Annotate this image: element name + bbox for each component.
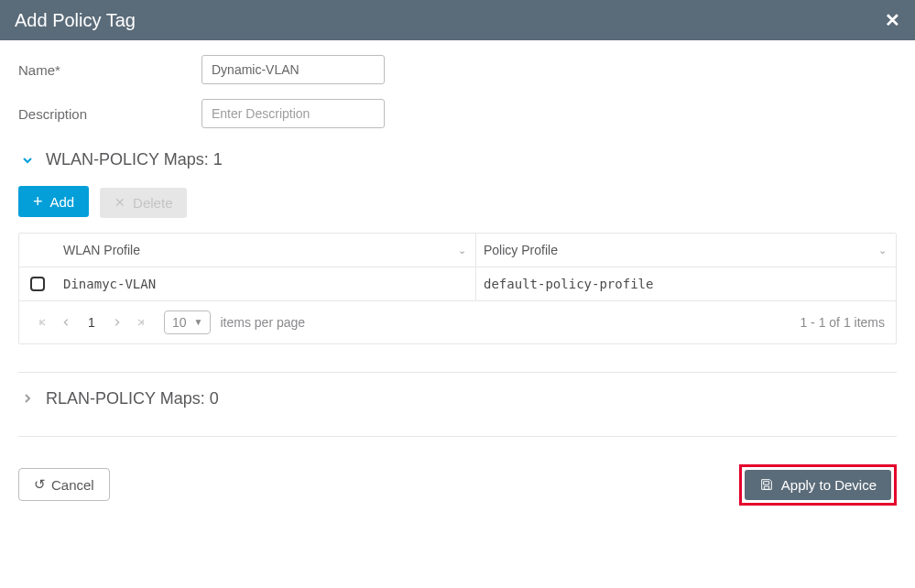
grid-toolbar: + Add ✕ Delete: [18, 186, 897, 218]
save-icon: [759, 477, 774, 492]
pager: 1 10 ▼ items per page 1 - 1 of 1 items: [19, 301, 896, 343]
name-input[interactable]: [202, 55, 385, 84]
name-label: Name*: [18, 62, 202, 78]
plus-icon: +: [33, 193, 43, 210]
pager-first-icon[interactable]: [32, 312, 52, 332]
caret-down-icon: ▼: [194, 317, 203, 327]
add-button[interactable]: + Add: [18, 186, 89, 217]
row-checkbox[interactable]: [30, 277, 45, 291]
row-policy-cell: default-policy-profile: [475, 267, 896, 300]
pager-page-number[interactable]: 1: [78, 315, 105, 330]
grid-header-wlan-label: WLAN Profile: [63, 243, 140, 257]
modal-header: Add Policy Tag ✕: [0, 0, 915, 40]
chevron-right-icon: [18, 389, 37, 408]
chevron-down-icon: [18, 151, 37, 169]
pager-last-icon[interactable]: [131, 312, 151, 332]
section-rlan-policy-title: RLAN-POLICY Maps: 0: [46, 389, 219, 408]
modal-title: Add Policy Tag: [15, 10, 136, 31]
chevron-down-icon: ⌄: [458, 244, 466, 256]
page-size-select[interactable]: 10 ▼: [164, 310, 211, 334]
section-wlan-policy-header[interactable]: WLAN-POLICY Maps: 1: [18, 150, 897, 169]
cancel-button-label: Cancel: [51, 477, 94, 493]
section-divider: [18, 372, 897, 373]
form-row-description: Description: [18, 99, 897, 128]
chevron-down-icon: ⌄: [878, 244, 887, 256]
apply-highlight: Apply to Device: [739, 464, 897, 506]
grid-header-check: [19, 241, 56, 259]
undo-icon: ↺: [34, 476, 46, 493]
grid-header-policy[interactable]: Policy Profile ⌄: [475, 234, 896, 267]
pager-prev-icon[interactable]: [56, 312, 76, 332]
grid-header: WLAN Profile ⌄ Policy Profile ⌄: [19, 234, 896, 267]
add-button-label: Add: [50, 194, 75, 210]
section-rlan-policy-header[interactable]: RLAN-POLICY Maps: 0: [18, 389, 897, 408]
delete-button-label: Delete: [133, 195, 172, 211]
form-row-name: Name*: [18, 55, 897, 84]
modal-body: Name* Description WLAN-POLICY Maps: 1 + …: [0, 40, 915, 437]
description-label: Description: [18, 106, 202, 122]
wlan-policy-grid: WLAN Profile ⌄ Policy Profile ⌄ Dinamyc-…: [18, 233, 897, 344]
section-wlan-policy-title: WLAN-POLICY Maps: 1: [46, 150, 223, 169]
items-per-page-label: items per page: [220, 315, 305, 330]
row-wlan-cell: Dinamyc-VLAN: [56, 267, 475, 300]
grid-header-wlan[interactable]: WLAN Profile ⌄: [56, 234, 475, 267]
close-icon[interactable]: ✕: [885, 9, 900, 31]
cancel-button[interactable]: ↺ Cancel: [18, 468, 110, 501]
section-divider: [18, 436, 897, 437]
delete-button: ✕ Delete: [100, 188, 187, 218]
description-input[interactable]: [202, 99, 385, 128]
modal-footer: ↺ Cancel Apply to Device: [0, 453, 915, 522]
row-check-cell: [19, 267, 56, 300]
pager-summary: 1 - 1 of 1 items: [800, 315, 885, 330]
apply-to-device-button[interactable]: Apply to Device: [745, 470, 891, 500]
page-size-value: 10: [172, 315, 187, 330]
apply-button-label: Apply to Device: [781, 477, 877, 493]
table-row[interactable]: Dinamyc-VLAN default-policy-profile: [19, 267, 896, 301]
x-icon: ✕: [114, 196, 125, 209]
grid-header-policy-label: Policy Profile: [484, 243, 558, 257]
pager-next-icon[interactable]: [107, 312, 127, 332]
